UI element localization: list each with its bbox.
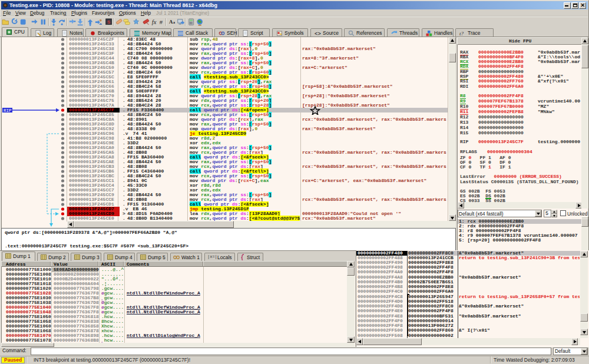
svg-text:#: # [160,19,163,25]
svg-text:RIP: RIP [4,108,12,113]
svg-text:<>: <> [315,31,321,37]
svg-text:S: S [107,19,110,25]
svg-text:t?: t? [459,31,464,37]
svg-text:a: a [173,21,175,24]
svg-text:A: A [169,19,173,25]
svg-text:fx: fx [152,19,157,25]
